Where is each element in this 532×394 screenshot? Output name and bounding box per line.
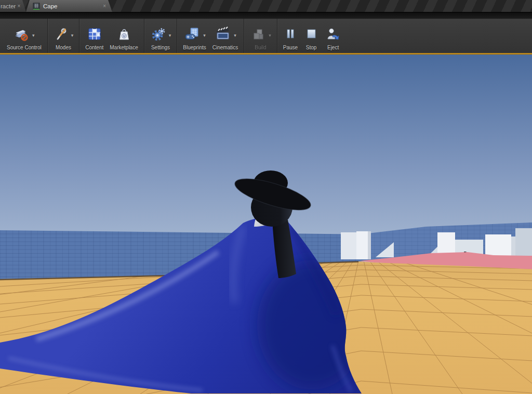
pause-icon <box>283 26 298 43</box>
modes-button[interactable]: ▾ Modes <box>50 19 77 53</box>
toolbar-group-blueprints-cinematics: ▾ Blueprints ▾ Cinematics <box>177 19 244 53</box>
tab-cape[interactable]: Cape × <box>26 0 112 12</box>
dropdown-caret-icon[interactable]: ▾ <box>71 33 74 38</box>
level-icon <box>33 3 40 10</box>
content-button[interactable]: Content <box>82 19 107 53</box>
toolbar-group-playback: Pause Stop Eject <box>277 19 347 53</box>
eject-button[interactable]: Eject <box>322 19 344 53</box>
game-viewport[interactable] <box>0 55 532 394</box>
source-control-icon <box>14 26 30 43</box>
blueprints-button[interactable]: ▾ Blueprints <box>180 19 209 53</box>
content-icon <box>86 26 103 43</box>
cinematics-icon <box>214 26 232 43</box>
tab-cape-close-icon[interactable]: × <box>101 3 108 10</box>
dropdown-caret-icon[interactable]: ▾ <box>269 33 271 38</box>
modes-icon <box>54 26 69 43</box>
settings-icon <box>150 26 167 43</box>
menu-strip <box>0 12 532 19</box>
marketplace-button[interactable]: Marketplace <box>107 19 141 53</box>
toolbar-group-settings: ▾ Settings <box>144 19 178 53</box>
cinematics-button[interactable]: ▾ Cinematics <box>209 19 241 53</box>
tab-character-close-icon[interactable]: × <box>16 3 22 10</box>
dropdown-caret-icon[interactable]: ▾ <box>169 33 171 38</box>
dropdown-caret-icon[interactable]: ▾ <box>234 33 236 38</box>
blueprints-icon <box>183 26 201 43</box>
toolbar-group-modes: ▾ Modes <box>48 19 80 53</box>
tab-cape-label: Cape <box>43 3 58 9</box>
stop-icon <box>304 26 318 43</box>
eject-icon <box>325 26 341 43</box>
stop-button[interactable]: Stop <box>301 19 322 53</box>
settings-button[interactable]: ▾ Settings <box>147 19 175 53</box>
main-toolbar: ▾ Source Control ▾ Modes <box>0 19 532 53</box>
dropdown-caret-icon[interactable]: ▾ <box>32 33 35 38</box>
pause-button[interactable]: Pause <box>280 19 301 53</box>
build-button[interactable]: ▾ Build <box>247 19 274 53</box>
toolbar-group-source-control: ▾ Source Control <box>1 19 48 53</box>
toolbar-group-build: ▾ Build <box>244 19 277 53</box>
tab-character-label: racter <box>1 3 16 9</box>
editor-tab-bar: racter × Cape × <box>0 0 532 12</box>
scene-render <box>0 55 532 394</box>
source-control-button[interactable]: ▾ Source Control <box>4 19 45 53</box>
tab-character[interactable]: racter × <box>0 0 26 12</box>
build-icon <box>250 26 267 43</box>
toolbar-group-content: Content Marketplace <box>79 19 144 53</box>
dropdown-caret-icon[interactable]: ▾ <box>203 33 206 38</box>
marketplace-icon <box>116 26 132 43</box>
